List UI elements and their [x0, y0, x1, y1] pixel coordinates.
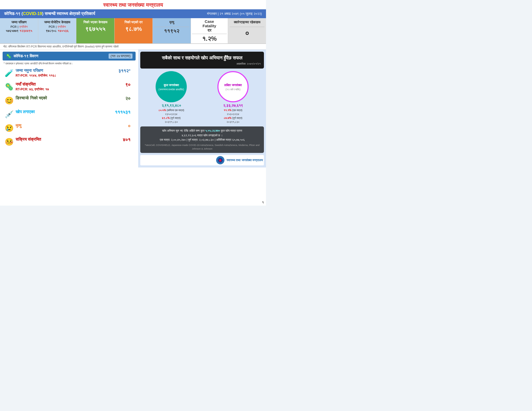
cf-label3: दर — [192, 28, 227, 33]
test-row: जम्मा नमुना परिक्षण ३११२° — [16, 68, 136, 74]
page-number: १ — [262, 200, 264, 205]
circle1-val2: २०३९१,८३० — [165, 120, 178, 123]
discharged-icon: 😊 — [3, 96, 16, 105]
circle1-stats: ८०.५% (कम्तिमा एक मात्रा) २३५०३२३४ ६९.८%… — [156, 108, 187, 124]
total-antigen-val: १२३४४९५ — [19, 29, 32, 33]
circle2-sublabel: (१२ वर्ष र माथि) — [226, 88, 241, 91]
infected-content: नयाँ संक्रमित ९० RT-PCR: ७३, एन्टीजेन: १… — [16, 82, 136, 91]
total-values: ५७६५७७९ १२३४४९५ — [2, 29, 36, 33]
vaccine-label: खोप लगाएका — [16, 110, 35, 114]
vaccine-icon: 💉 — [3, 110, 16, 119]
vb-value1: ५,५५,८४,७७० — [205, 129, 220, 132]
circle2-stats: ११.१% (एक मात्रा) २५३०३२३४ ८७.७% (पूर्ण … — [217, 108, 249, 124]
circle1-sublabel: (जनगणना तथ्यांक आधारित) — [158, 88, 184, 91]
positive-antigen-val: १४०५३६ — [58, 29, 69, 33]
total-positive-cell: जम्मा पोजेटिभ केसहरू PCR | एन्टीजेन ९७८९… — [38, 18, 76, 43]
antigen-label2: एन्टीजेन — [58, 25, 66, 29]
vb-label1: कुल खोप मात्रा प्राप्त — [221, 129, 242, 132]
positive-pcr-val: ९७८९०८ — [46, 29, 57, 33]
active-label: सक्रिय संक्रमित — [16, 137, 41, 142]
circle2-label1: (एक मात्रा) — [232, 109, 242, 112]
death-val: ११९५२ — [154, 28, 189, 34]
covid-text: COVID-19 — [23, 11, 42, 16]
recovery-rate-label: निको भएको दर — [116, 20, 151, 25]
active-row: सक्रिय संक्रमित ४०१ — [16, 137, 136, 143]
circle2-val2: २०३९१,८३० — [227, 120, 240, 123]
section-title: कोभिड-१९ विवरण — [14, 54, 38, 58]
ministry-name: स्वास्थ्य तथा जनसंख्या मन्त्रालय — [227, 158, 263, 162]
recovered-label: निको भएका केसहरू — [78, 20, 113, 25]
circle1-value: २,९१,९२,४८० — [156, 103, 187, 108]
discharged-row: डिस्चार्ज/ निको भएको २० — [16, 96, 136, 101]
test-label: जम्मा नमुना परिक्षण — [16, 68, 43, 73]
cf-label1: Case — [192, 19, 227, 24]
left-col: 🦠 कोभिड-१९ विवरण (गत २४ घण्टामा) * एसएमए… — [0, 50, 138, 167]
vaccine-banner-title: सबैको साथ र सहयोगले खोप अभियान हुँदैछ सफ… — [143, 55, 261, 61]
top-header: स्वास्थ्य तथा जनसंख्या मन्त्रालय — [0, 0, 266, 9]
recovery-rate-cell: निको भएको दर ९८.७% — [115, 18, 153, 43]
discharged-content: डिस्चार्ज/ निको भएको २० — [16, 96, 136, 101]
circle2: लक्षित जनसंख्या (१२ वर्ष र माथि) — [217, 71, 249, 102]
circle1-pct1: ८०.५% — [158, 109, 166, 112]
positive-pcr-row: PCR | एन्टीजेन — [40, 25, 75, 29]
main-content: 🦠 कोभिड-१९ विवरण (गत २४ घण्टामा) * एसएमए… — [0, 50, 266, 167]
active-icon: 🤒 — [3, 138, 16, 146]
top-header-title: स्वास्थ्य तथा जनसंख्या मन्त्रालय — [103, 2, 163, 8]
list-item: 😊 डिस्चार्ज/ निको भएको २० — [3, 95, 136, 106]
total-test-label: जम्मा परिक्षण — [2, 20, 36, 25]
test-sub: RT-PCR: १९४४, एन्टीजेन: ११६८ — [16, 74, 136, 77]
pcr-label2: PCR — [49, 25, 55, 29]
infected-row: नयाँ संक्रमित ९० — [16, 82, 136, 87]
sub-note: * एसएमएस र इमेलबाट प्राप्त आरडीटी एन्टिज… — [3, 62, 136, 65]
section-icon: 🦠 — [6, 53, 11, 59]
circle1-val1: २३५०३२३४ — [165, 113, 177, 116]
circles-row: कुल जनसंख्या (जनगणना तथ्यांक आधारित) २,९… — [140, 71, 264, 124]
vaccine-detail-row: ४,६९,९९,६०६ मात्रा खोप लगाइएको छ । — [143, 133, 261, 138]
header-date: मंगलबार | २१ अषाढ २०७९ (०५ जुलाइ २०२२) — [207, 12, 262, 16]
circle1-label2: (पूर्ण मात्रा) — [170, 117, 181, 119]
test-content: जम्मा नमुना परिक्षण ३११२° RT-PCR: १९४४, … — [16, 68, 136, 77]
recovery-rate-val: ९८.७% — [116, 26, 151, 32]
circle2-label2: (पूर्ण मात्रा) — [232, 117, 242, 119]
quarantine-val: ० — [230, 29, 264, 38]
infected-label: नयाँ संक्रमित — [16, 82, 36, 87]
section-subtitle: (गत २४ घण्टामा) — [109, 53, 133, 59]
circle2-value: २,३३,२७,६१९ — [217, 103, 249, 108]
test-value: ३११२° — [118, 68, 130, 74]
cf-label2: Fatality — [192, 24, 227, 28]
case-fatality-cell: Case Fatality दर १.२% — [191, 18, 228, 43]
total-pcr-val: ५७६५७७९ — [6, 29, 18, 33]
active-value: ४०१ — [123, 137, 130, 143]
nepal-emblem-icon — [218, 158, 223, 163]
pcr-row: PCR | एन्टीजेन — [2, 25, 36, 29]
test-icon: 🧪 — [3, 69, 16, 77]
page: स्वास्थ्य तथा जनसंख्या मन्त्रालय कोभिड-१… — [0, 0, 266, 206]
list-item: 💉 खोप लगाएका १११५३१ — [3, 109, 136, 120]
vaccine-total-row: खोप अभियान सुरु भए देखि अहिले सम्म कुल ५… — [143, 129, 261, 133]
active-content: सक्रिय संक्रमित ४०१ — [16, 137, 136, 143]
recovered-val: ९६७५५५ — [78, 26, 113, 32]
ministry-footer: स्वास्थ्य तथा जनसंख्या मन्त्रालय — [140, 155, 264, 165]
circle1: कुल जनसंख्या (जनगणना तथ्यांक आधारित) — [156, 71, 187, 102]
circle1-container: कुल जनसंख्या (जनगणना तथ्यांक आधारित) २,९… — [156, 71, 187, 124]
death-item-value: ० — [128, 123, 130, 129]
circle2-pct2: ८७.७% — [224, 117, 231, 119]
vaccine-footnote: *VeroCell, COVISHIELD, Japanese-made COV… — [143, 143, 261, 151]
circle2-pct1: ११.१% — [224, 109, 231, 112]
positive-values: ९७८९०८ १४०५३६ — [40, 29, 75, 33]
antigen-label: एन्टीजेन — [19, 25, 28, 29]
discharged-label: डिस्चार्ज/ निको भएको — [16, 96, 47, 100]
vaccine-breakdown-row: एक मात्रा: २,००,४५,२७० | पूर्ण मात्रा: २… — [143, 138, 261, 142]
vb-text3: एक मात्रा: २,००,४५,२७० | पूर्ण मात्रा: २… — [160, 138, 245, 141]
note-text: नोट: वणित्मक विश्लेषण RT-PCR विवरणमा मात… — [3, 45, 118, 48]
death-content: मृत्यु ० — [16, 123, 136, 129]
total-positive-label: जम्मा पोजेटिभ केसहरू — [40, 20, 75, 25]
list-item: 🦠 नयाँ संक्रमित ९० RT-PCR: ७३, एन्टीजेन:… — [3, 81, 136, 92]
vaccine-content: खोप लगाएका १११५३१ — [16, 110, 136, 115]
main-title-text: कोभिड-१९ (COVID-19) सम्बन्धी स्वास्थ्य क… — [4, 11, 95, 16]
infected-sub: RT-PCR: ७३, एन्टीजेन: १७ — [16, 87, 136, 91]
note-row: नोट: वणित्मक विश्लेषण RT-PCR विवरणमा मात… — [0, 44, 266, 50]
circle2-val1: २५३०३२३४ — [227, 113, 239, 116]
cf-value: १.२% — [192, 35, 227, 42]
vb-text2: ४,६९,९९,६०६ मात्रा खोप लगाइएको छ । — [182, 134, 223, 137]
